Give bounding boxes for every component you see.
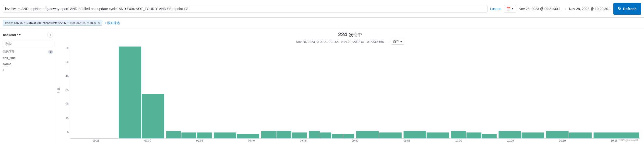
date-picker[interactable]: 📅 ▾ — [504, 5, 516, 12]
query-input[interactable]: level:warn AND appName:"gateway-open" AN… — [3, 5, 488, 12]
auto-select[interactable]: 自动 ▾ — [391, 39, 404, 44]
bar[interactable] — [343, 134, 354, 138]
x-tick: 09:40 — [226, 139, 278, 142]
bar-group-5 — [308, 46, 355, 138]
chart-date-range: Nov 28, 2023 @ 09:21:30.166 - Nov 28, 20… — [296, 40, 384, 44]
bar[interactable] — [546, 131, 568, 138]
bar[interactable] — [142, 94, 164, 138]
bar[interactable] — [292, 132, 307, 138]
bar[interactable] — [451, 131, 466, 138]
bar[interactable] — [522, 132, 544, 138]
close-icon[interactable]: ✕ — [98, 21, 100, 25]
bar[interactable] — [166, 131, 181, 138]
refresh-button[interactable]: ↻ Refresh — [614, 3, 641, 15]
x-tick: 10:10 — [536, 139, 588, 142]
date-start: Nov 28, 2023 @ 09:21:30.1 — [519, 7, 560, 11]
top-bar: level:warn AND appName:"gateway-open" AN… — [0, 0, 644, 18]
sidebar-index-pattern: backend-* — [3, 33, 18, 37]
refresh-icon: ↻ — [618, 6, 621, 11]
refresh-label: Refresh — [623, 6, 637, 11]
chart-header: 224 次命中 — [60, 31, 640, 38]
bar-group-3 — [213, 46, 260, 138]
bar[interactable] — [426, 132, 449, 138]
add-filter-button[interactable]: + 添加筛选 — [104, 21, 120, 25]
bar[interactable] — [309, 131, 320, 138]
bar[interactable] — [482, 134, 497, 138]
selected-fields-count: 0 — [48, 50, 53, 54]
bar[interactable] — [119, 46, 141, 138]
bar[interactable] — [498, 131, 521, 138]
auto-label: 自动 — [393, 40, 400, 44]
histogram: 计数 60 50 40 30 20 10 0 09:2509:3009:3509… — [60, 46, 640, 142]
x-tick: 09:50 — [329, 139, 381, 142]
selected-fields-label: 筛选字段 — [3, 50, 15, 54]
bar-group-2 — [165, 46, 213, 138]
bar[interactable] — [356, 131, 379, 138]
x-tick: 09:30 — [122, 139, 174, 142]
date-arrow: → — [563, 7, 566, 11]
x-tick: 09:45 — [278, 139, 329, 142]
chart-area: 224 次命中 Nov 28, 2023 @ 09:21:30.166 - No… — [56, 28, 644, 144]
chart-count-label: 次命中 — [349, 32, 362, 37]
histogram-inner: 计数 60 50 40 30 20 10 0 — [60, 46, 640, 138]
add-filter-label: + 添加筛选 — [104, 21, 120, 25]
field-item-ess-time[interactable]: ess_time — [0, 55, 56, 61]
y-axis: 计数 60 50 40 30 20 10 0 — [60, 46, 70, 134]
bars-area — [70, 46, 640, 138]
field-search-input[interactable] — [3, 41, 53, 47]
bar[interactable] — [197, 132, 212, 138]
bar[interactable] — [320, 132, 331, 138]
bar[interactable] — [594, 132, 639, 138]
x-tick: 10:00 — [433, 139, 484, 142]
bar-group-10 — [545, 46, 592, 138]
sidebar-title[interactable]: backend-* ▾ — [3, 33, 20, 37]
bar-group-4 — [260, 46, 308, 138]
x-tick: 09:25 — [70, 139, 122, 142]
filter-tag-text: eecid: 4a68d76124b74f33b87ce6a59cfe627f.… — [5, 21, 96, 25]
chart-subtitle: Nov 28, 2023 @ 09:21:30.166 - Nov 28, 20… — [60, 39, 640, 44]
selected-fields-header: 筛选字段 0 — [0, 49, 56, 55]
x-tick: 10:05 — [484, 139, 536, 142]
watermark: CSDN @johnny233 — [618, 139, 639, 142]
date-end: Nov 28, 2023 @ 10:20:30.1 — [569, 7, 611, 11]
main-layout: backend-* ▾ ‹ 筛选字段 0 ess_time Name l 224… — [0, 28, 644, 144]
calendar-icon: 📅 — [506, 7, 510, 11]
filter-bar: eecid: 4a68d76124b74f33b87ce6a59cfe627f.… — [0, 18, 644, 28]
bar[interactable] — [182, 132, 196, 138]
sidebar-header: backend-* ▾ ‹ — [0, 30, 56, 39]
lucene-badge[interactable]: Lucene — [490, 7, 501, 11]
filter-tag[interactable]: eecid: 4a68d76124b74f33b87ce6a59cfe627f.… — [3, 20, 102, 26]
chevron-down-icon: ▾ — [400, 40, 402, 44]
bar-group-1 — [118, 46, 165, 138]
bar[interactable] — [261, 131, 276, 138]
bar-group-0 — [70, 46, 118, 138]
bar[interactable] — [332, 134, 343, 138]
bar-group-8 — [450, 46, 498, 138]
chevron-down-icon: ▾ — [19, 33, 20, 36]
x-tick: 09:35 — [174, 139, 226, 142]
y-axis-label: 计数 — [57, 88, 60, 93]
bar-group-6 — [355, 46, 403, 138]
sidebar-collapse-button[interactable]: ‹ — [47, 32, 53, 38]
bar[interactable] — [466, 132, 482, 138]
bar[interactable] — [404, 131, 426, 138]
bar-group-7 — [402, 46, 450, 138]
x-axis: 09:2509:3009:3509:4009:4509:5009:5510:00… — [60, 139, 640, 142]
bar[interactable] — [214, 132, 236, 138]
x-tick: 09:55 — [381, 139, 433, 142]
chevron-down-icon: ▾ — [512, 7, 514, 10]
bar[interactable] — [379, 132, 402, 138]
bar-group-9 — [498, 46, 545, 138]
field-item-name[interactable]: Name — [0, 61, 56, 67]
bar-group-11 — [592, 46, 640, 138]
chart-count: 224 — [338, 31, 347, 38]
bar[interactable] — [237, 134, 259, 138]
chart-dash: — — [386, 40, 389, 44]
bar[interactable] — [276, 131, 292, 138]
field-item-l[interactable]: l — [0, 67, 56, 73]
bar[interactable] — [569, 132, 592, 138]
sidebar: backend-* ▾ ‹ 筛选字段 0 ess_time Name l — [0, 28, 56, 144]
